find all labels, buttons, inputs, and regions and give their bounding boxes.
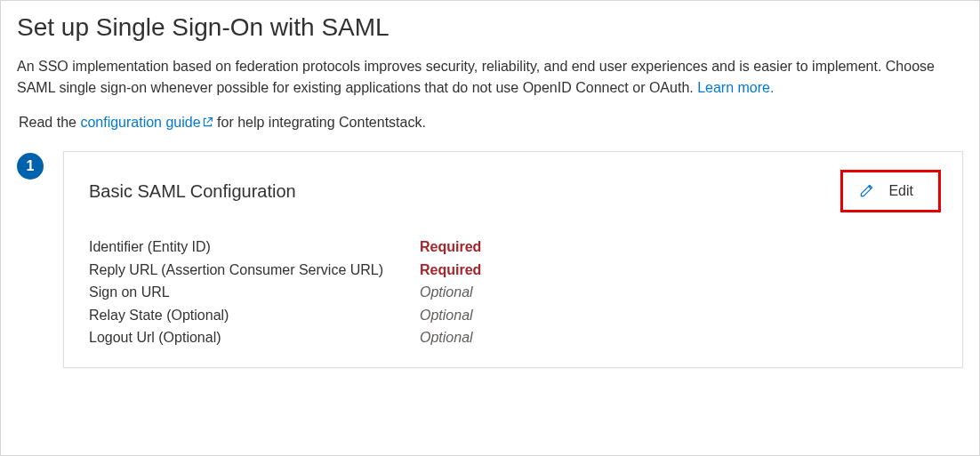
field-label: Reply URL (Assertion Consumer Service UR… — [89, 259, 420, 282]
field-list: Identifier (Entity ID) Required Reply UR… — [89, 236, 941, 349]
step-number-badge: 1 — [17, 153, 44, 180]
guide-prefix: Read the — [19, 115, 80, 130]
field-identifier: Identifier (Entity ID) Required — [89, 236, 941, 259]
basic-saml-card: Basic SAML Configuration Edit Identifier… — [63, 151, 963, 368]
pencil-icon — [859, 181, 876, 201]
config-guide-row: Read the configuration guide for help in… — [19, 115, 963, 132]
field-label: Identifier (Entity ID) — [89, 236, 420, 259]
config-guide-link[interactable]: configuration guide — [80, 115, 213, 130]
field-sign-on-url: Sign on URL Optional — [89, 281, 941, 304]
step-1: 1 Basic SAML Configuration Edit Identifi… — [17, 151, 963, 368]
card-title: Basic SAML Configuration — [89, 181, 296, 202]
card-header: Basic SAML Configuration Edit — [89, 170, 941, 212]
field-value: Optional — [420, 304, 473, 327]
edit-button[interactable]: Edit — [840, 170, 941, 212]
intro-text: An SSO implementation based on federatio… — [17, 56, 963, 99]
external-link-icon — [202, 116, 213, 132]
page-title: Set up Single Sign-On with SAML — [17, 13, 963, 42]
field-reply-url: Reply URL (Assertion Consumer Service UR… — [89, 259, 941, 282]
field-value: Optional — [420, 326, 473, 349]
field-value: Optional — [420, 281, 473, 304]
config-guide-link-text: configuration guide — [80, 115, 200, 130]
field-relay-state: Relay State (Optional) Optional — [89, 304, 941, 327]
edit-button-label: Edit — [888, 183, 913, 199]
field-label: Sign on URL — [89, 281, 420, 304]
learn-more-link[interactable]: Learn more. — [697, 80, 774, 95]
field-value: Required — [420, 236, 481, 259]
guide-suffix: for help integrating Contentstack. — [213, 115, 426, 130]
field-value: Required — [420, 259, 481, 282]
field-label: Logout Url (Optional) — [89, 326, 420, 349]
field-logout-url: Logout Url (Optional) Optional — [89, 326, 941, 349]
intro-body: An SSO implementation based on federatio… — [17, 59, 935, 95]
field-label: Relay State (Optional) — [89, 304, 420, 327]
